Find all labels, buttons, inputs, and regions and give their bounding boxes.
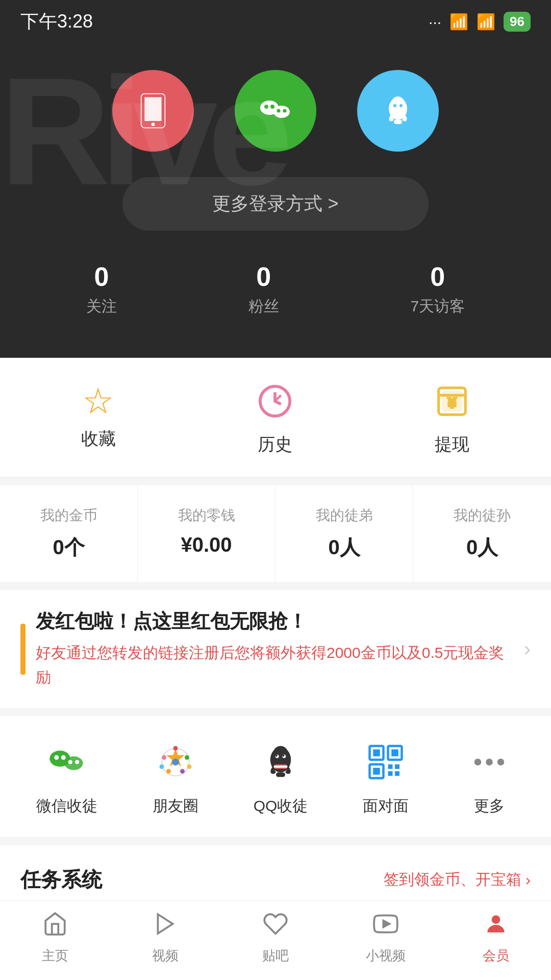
- task-action: 签到领金币、开宝箱 ›: [384, 869, 531, 890]
- recruit-moments-label: 朋友圈: [153, 796, 198, 817]
- visitors-count: 0: [410, 261, 465, 292]
- svg-point-32: [159, 765, 164, 769]
- svg-rect-51: [373, 768, 380, 775]
- svg-point-43: [283, 755, 284, 756]
- svg-point-33: [187, 765, 191, 769]
- following-label: 关注: [86, 296, 117, 317]
- wallet-disciples[interactable]: 我的徒弟 0人: [276, 485, 413, 582]
- nav-home[interactable]: 主页: [17, 911, 93, 965]
- fans-count: 0: [248, 261, 279, 292]
- home-icon: [42, 911, 68, 943]
- svg-point-29: [166, 769, 171, 774]
- recruit-facetoface-label: 面对面: [363, 796, 409, 817]
- phone-icon: [133, 90, 173, 131]
- battery-indicator: 96: [504, 12, 531, 32]
- wechat-login-button[interactable]: [235, 70, 316, 152]
- stat-visitors[interactable]: 0 7天访客: [410, 261, 465, 317]
- redpacket-content: 发红包啦！点这里红包无限抢！ 好友通过您转发的链接注册后您将额外获得2000金币…: [36, 608, 514, 690]
- svg-point-6: [270, 105, 274, 109]
- svg-point-7: [277, 109, 280, 112]
- svg-rect-38: [276, 772, 285, 777]
- nav-shortvideo[interactable]: 小视频: [347, 911, 424, 965]
- svg-marker-59: [158, 914, 172, 934]
- coins-value: 0个: [10, 533, 127, 561]
- svg-point-40: [276, 754, 279, 758]
- nav-video-label: 视频: [152, 947, 179, 965]
- recruit-wechat-label: 微信收徒: [36, 796, 97, 817]
- recruit-more-icon: [464, 737, 515, 788]
- star-icon: ☆: [82, 383, 114, 419]
- grandisciples-label: 我的徒孙: [423, 506, 541, 525]
- task-title: 任务系统: [20, 866, 102, 894]
- svg-point-58: [497, 758, 504, 766]
- svg-rect-52: [388, 765, 392, 769]
- qq-login-button[interactable]: [357, 70, 439, 152]
- svg-point-5: [264, 105, 268, 109]
- recruit-wechat[interactable]: 微信收徒: [36, 737, 97, 817]
- svg-point-8: [283, 109, 286, 112]
- redpacket-banner[interactable]: 发红包啦！点这里红包无限抢！ 好友通过您转发的链接注册后您将额外获得2000金币…: [0, 590, 551, 708]
- svg-point-24: [76, 760, 80, 764]
- recruit-row: 微信收徒 朋友圈: [0, 737, 551, 817]
- svg-point-4: [273, 106, 290, 118]
- wechat-icon: [255, 90, 296, 131]
- withdraw-button[interactable]: ¥ 提现: [434, 383, 470, 456]
- login-icons-row: [20, 70, 531, 152]
- svg-rect-45: [273, 766, 287, 768]
- wallet-change[interactable]: 我的零钱 ¥0.00: [138, 485, 276, 582]
- change-value: ¥0.00: [148, 533, 265, 556]
- recruit-facetoface-icon: [360, 737, 411, 788]
- history-label: 历史: [258, 433, 292, 456]
- recruit-facetoface[interactable]: 面对面: [360, 737, 411, 817]
- stats-row: 0 关注 0 粉丝 0 7天访客: [20, 261, 531, 317]
- svg-point-22: [61, 755, 66, 760]
- recruit-qq-label: QQ收徒: [254, 796, 308, 817]
- favorites-button[interactable]: ☆ 收藏: [81, 383, 116, 456]
- nav-video[interactable]: 视频: [127, 911, 204, 965]
- member-icon: [483, 911, 509, 943]
- grandisciples-value: 0人: [423, 533, 541, 561]
- quick-actions-bar: ☆ 收藏 历史 ¥ 提现: [0, 358, 551, 477]
- recruit-more[interactable]: 更多: [464, 737, 515, 817]
- tieba-icon: [263, 911, 288, 943]
- task-arrow-icon: ›: [525, 871, 531, 889]
- nav-tieba[interactable]: 贴吧: [237, 911, 314, 965]
- task-action-text: 签到领金币、开宝箱: [384, 869, 521, 890]
- svg-point-56: [474, 758, 481, 766]
- dots-icon: ···: [429, 13, 441, 31]
- status-icons: ··· 📶 📶 96: [429, 12, 531, 32]
- qq-icon: [378, 90, 418, 131]
- coins-label: 我的金币: [10, 506, 127, 525]
- svg-rect-47: [373, 749, 380, 756]
- nav-home-label: 主页: [42, 947, 68, 965]
- svg-point-30: [180, 769, 185, 774]
- recruit-qq[interactable]: QQ收徒: [254, 737, 308, 817]
- wallet-grandisciples[interactable]: 我的徒孙 0人: [413, 485, 551, 582]
- wallet-coins[interactable]: 我的金币 0个: [0, 485, 138, 582]
- svg-rect-49: [391, 749, 398, 756]
- more-login-button[interactable]: 更多登录方式 >: [122, 177, 429, 231]
- favorites-label: 收藏: [81, 427, 116, 451]
- stat-following[interactable]: 0 关注: [86, 261, 117, 317]
- svg-point-41: [282, 754, 286, 758]
- history-button[interactable]: 历史: [257, 383, 293, 456]
- wifi-icon: 📶: [477, 13, 495, 31]
- svg-point-23: [68, 760, 72, 764]
- stat-fans[interactable]: 0 粉丝: [248, 261, 279, 317]
- history-icon: [257, 383, 293, 425]
- redpacket-arrow-icon: ›: [524, 638, 531, 660]
- svg-point-27: [162, 755, 166, 760]
- svg-point-61: [492, 915, 500, 924]
- svg-point-2: [152, 122, 155, 126]
- recruit-section: 微信收徒 朋友圈: [0, 716, 551, 837]
- svg-rect-13: [394, 120, 402, 124]
- svg-text:¥: ¥: [448, 395, 456, 410]
- recruit-moments[interactable]: 朋友圈: [150, 737, 201, 817]
- disciples-label: 我的徒弟: [286, 506, 403, 525]
- hero-section: Rive: [0, 39, 551, 358]
- svg-point-10: [391, 96, 405, 113]
- svg-rect-55: [395, 771, 399, 776]
- phone-login-button[interactable]: [112, 70, 194, 152]
- recruit-wechat-icon: [41, 737, 92, 788]
- nav-member[interactable]: 会员: [458, 911, 534, 965]
